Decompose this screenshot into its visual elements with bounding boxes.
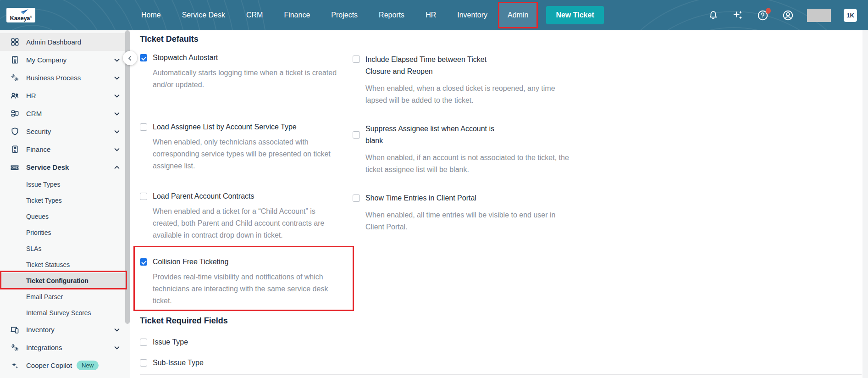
chevron-down-icon (114, 346, 120, 350)
sidebar-item-label: Finance (26, 145, 50, 153)
required-field-label: Sub-Issue Type (153, 359, 204, 367)
sidebar-item-label: Security (26, 128, 51, 135)
nav-projects[interactable]: Projects (321, 0, 368, 30)
gears-icon (10, 73, 19, 83)
sidebar-item-priorities[interactable]: Priorities (0, 224, 130, 240)
setting-include-elapsed-time: Include Elapsed Time between Ticket Clos… (353, 54, 628, 106)
setting-label: Stopwatch Autostart (153, 54, 218, 62)
kaseya-logo-text: Kaseya® (10, 14, 32, 21)
sidebar-scrollbar[interactable] (125, 30, 130, 324)
new-feature-badge: New (77, 361, 99, 370)
sidebar-item-my-company[interactable]: My Company (0, 51, 130, 69)
sidebar-item-label: My Company (26, 56, 66, 64)
username-redacted-block (807, 9, 831, 22)
chevron-down-icon (114, 76, 120, 80)
sub-issue-type-checkbox[interactable] (140, 359, 147, 367)
nav-crm[interactable]: CRM (236, 0, 273, 30)
setting-description: When enabled, if an account is not assoc… (365, 152, 571, 176)
sidebar-collapse-button[interactable] (123, 51, 137, 65)
show-time-entries-checkbox[interactable] (353, 195, 360, 202)
sidebar-item-slas[interactable]: SLAs (0, 240, 130, 256)
nav-inventory[interactable]: Inventory (447, 0, 498, 30)
admin-sidebar: Admin Dashboard My Company Business Proc… (0, 30, 130, 378)
finance-document-icon: $ (10, 145, 19, 154)
sidebar-item-label: Business Process (26, 74, 81, 82)
setting-label: Include Elapsed Time between Ticket Clos… (365, 54, 512, 78)
setting-load-parent-account-contracts: Load Parent Account Contracts When enabl… (140, 192, 353, 241)
nav-admin-annotated[interactable]: Admin (498, 2, 538, 28)
setting-label: Collision Free Ticketing (153, 258, 228, 266)
sidebar-item-finance[interactable]: $ Finance (0, 140, 130, 158)
main-nav: Home Service Desk CRM Finance Projects R… (131, 0, 538, 30)
topbar-icon-group: 1K (708, 9, 857, 22)
nav-home[interactable]: Home (131, 0, 171, 30)
setting-description: When enabled, all time entries will be v… (365, 209, 571, 233)
sidebar-item-label: HR (26, 92, 36, 100)
sidebar-item-business-process[interactable]: Business Process (0, 69, 130, 87)
nav-service-desk[interactable]: Service Desk (171, 0, 236, 30)
sidebar-item-label: Admin Dashboard (26, 38, 81, 46)
setting-description: Provides real-time visibility and notifi… (153, 271, 343, 307)
help-alert-badge (766, 8, 771, 14)
kaseya-arrow-icon (19, 9, 30, 14)
collision-free-ticketing-checkbox[interactable] (140, 258, 147, 266)
sidebar-item-issue-types[interactable]: Issue Types (0, 176, 130, 192)
help-icon[interactable] (757, 9, 769, 22)
include-elapsed-time-checkbox[interactable] (353, 56, 360, 63)
notifications-bell-icon[interactable] (708, 10, 719, 21)
sidebar-item-crm[interactable]: CRM (0, 105, 130, 122)
sidebar-item-label: Integrations (26, 344, 62, 351)
kaseya-logo[interactable]: Kaseya® (6, 8, 35, 22)
gears-icon (10, 343, 19, 352)
sidebar-item-ticket-configuration[interactable]: Ticket Configuration (0, 272, 130, 289)
section-title-ticket-defaults: Ticket Defaults (140, 34, 868, 44)
sidebar-item-admin-dashboard[interactable]: Admin Dashboard (0, 33, 130, 51)
sidebar-item-internal-survey-scores[interactable]: Internal Survey Scores (0, 305, 130, 321)
setting-stopwatch-autostart: Stopwatch Autostart Automatically starts… (140, 54, 353, 91)
ticket-configuration-panel: Ticket Defaults Stopwatch Autostart Auto… (130, 30, 868, 378)
chevron-down-icon (114, 112, 120, 116)
sidebar-item-ticket-types[interactable]: Ticket Types (0, 192, 130, 208)
main-scrollbar-track[interactable] (862, 30, 868, 378)
shield-icon (10, 127, 19, 136)
setting-collision-free-ticketing: Collision Free Ticketing Provides real-t… (140, 258, 353, 307)
chevron-down-icon (114, 328, 120, 332)
chevron-down-icon (114, 130, 120, 133)
nav-hr[interactable]: HR (415, 0, 447, 30)
account-profile-icon[interactable] (782, 9, 794, 22)
sidebar-item-security[interactable]: Security (0, 122, 130, 140)
load-assignee-list-checkbox[interactable] (140, 123, 147, 131)
setting-description: When enabled and a ticket for a “Child A… (153, 206, 343, 241)
setting-label: Load Assignee List by Account Service Ty… (153, 123, 297, 131)
section-title-ticket-required-fields: Ticket Required Fields (140, 316, 868, 326)
setting-suppress-assignee-list: Suppress Assignee list when Account is b… (353, 123, 628, 176)
sidebar-item-service-desk[interactable]: Service Desk (0, 158, 130, 176)
sidebar-item-cooper-copilot[interactable]: Cooper Copilot New (0, 356, 130, 374)
ai-sparkles-icon[interactable] (732, 9, 744, 21)
required-field-label: Issue Type (153, 338, 188, 346)
nav-reports[interactable]: Reports (368, 0, 415, 30)
chevron-up-icon (114, 166, 120, 169)
sidebar-item-email-parser[interactable]: Email Parser (0, 289, 130, 305)
sidebar-item-label: Service Desk (26, 163, 69, 171)
stopwatch-autostart-checkbox[interactable] (140, 54, 147, 61)
sidebar-item-queues[interactable]: Queues (0, 208, 130, 224)
sidebar-item-ticket-statuses[interactable]: Ticket Statuses (0, 256, 130, 272)
kaseya-one-icon[interactable]: 1K (844, 9, 857, 22)
suppress-assignee-list-checkbox[interactable] (353, 131, 360, 139)
chevron-down-icon (114, 58, 120, 62)
required-field-sub-issue-type: Sub-Issue Type (140, 359, 868, 367)
crm-blocks-icon (10, 109, 19, 118)
load-parent-account-contracts-checkbox[interactable] (140, 193, 147, 200)
required-field-issue-type: Issue Type (140, 338, 868, 346)
ticket-defaults-grid: Stopwatch Autostart Automatically starts… (140, 54, 868, 315)
sidebar-item-integrations[interactable]: Integrations (0, 339, 130, 356)
sidebar-item-hr[interactable]: HR (0, 87, 130, 105)
setting-description: When enabled, when a closed ticket is re… (365, 83, 571, 106)
dashboard-grid-icon (10, 38, 19, 47)
chevron-left-icon (127, 56, 133, 61)
sidebar-item-inventory[interactable]: Inventory (0, 321, 130, 339)
issue-type-checkbox[interactable] (140, 339, 147, 346)
nav-finance[interactable]: Finance (273, 0, 321, 30)
new-ticket-button[interactable]: New Ticket (546, 6, 603, 24)
